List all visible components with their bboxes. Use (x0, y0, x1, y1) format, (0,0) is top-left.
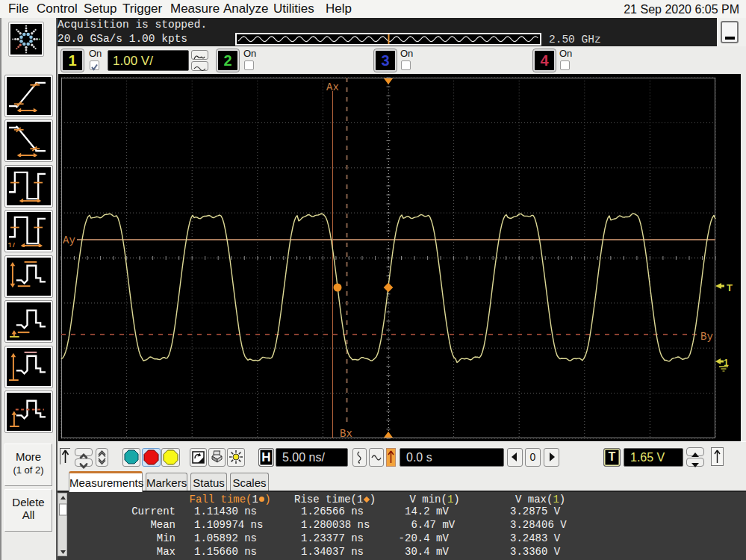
svg-text:1/: 1/ (7, 240, 16, 247)
svg-text:By: By (700, 331, 713, 343)
svg-text:Bx: Bx (340, 428, 352, 440)
svg-text:Ax: Ax (326, 81, 339, 93)
svg-text:T: T (727, 282, 733, 293)
svg-text:Ay: Ay (63, 234, 75, 246)
